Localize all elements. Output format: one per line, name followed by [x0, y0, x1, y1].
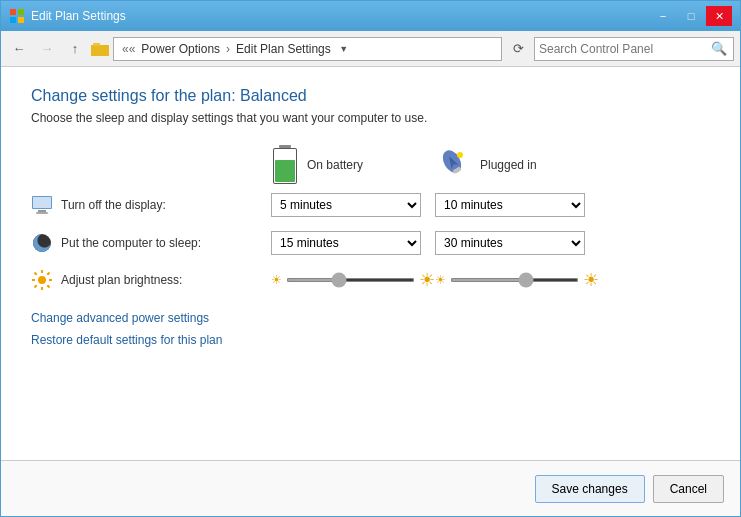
brightness-setting-row: Adjust plan brightness: ☀ ☀ ☀ ☀: [31, 269, 710, 291]
close-button[interactable]: ✕: [706, 6, 732, 26]
svg-rect-3: [18, 17, 24, 23]
svg-rect-16: [33, 197, 51, 208]
brightness-pluggedin-min-icon: ☀: [435, 273, 446, 287]
display-pluggedin-select[interactable]: 10 minutes 1 minute 2 minutes 3 minutes …: [435, 193, 585, 217]
forward-button[interactable]: →: [35, 37, 59, 61]
brightness-controls: ☀ ☀ ☀ ☀: [271, 269, 585, 291]
brightness-pluggedin-slider-group: ☀ ☀: [435, 269, 585, 291]
display-setting-controls: 5 minutes 1 minute 2 minutes 3 minutes 1…: [271, 193, 585, 217]
column-headers: On battery Plugged in: [271, 145, 710, 185]
pluggedin-column-header: Plugged in: [436, 145, 601, 185]
minimize-button[interactable]: −: [650, 6, 676, 26]
sleep-battery-select[interactable]: 15 minutes 1 minute 2 minutes 5 minutes …: [271, 231, 421, 255]
svg-line-28: [35, 285, 37, 287]
address-box[interactable]: «« Power Options › Edit Plan Settings ▼: [113, 37, 502, 61]
svg-rect-17: [38, 210, 46, 212]
search-input[interactable]: [539, 42, 709, 56]
svg-point-20: [38, 276, 46, 284]
footer: Save changes Cancel: [1, 460, 740, 516]
display-setting-label: Turn off the display:: [61, 198, 166, 212]
sleep-label-area: Put the computer to sleep:: [31, 232, 271, 254]
brightness-battery-slider[interactable]: [286, 278, 415, 282]
svg-point-14: [457, 152, 463, 158]
path-arrow: ›: [226, 42, 230, 56]
svg-rect-1: [18, 9, 24, 15]
app-icon: [9, 8, 25, 24]
sleep-pluggedin-select[interactable]: 30 minutes 1 minute 2 minutes 5 minutes …: [435, 231, 585, 255]
sleep-setting-controls: 15 minutes 1 minute 2 minutes 5 minutes …: [271, 231, 585, 255]
path-edit-plan: Edit Plan Settings: [236, 42, 331, 56]
search-submit-button[interactable]: 🔍: [709, 39, 729, 59]
pluggedin-icon: [436, 147, 472, 183]
maximize-button[interactable]: □: [678, 6, 704, 26]
sleep-setting-label: Put the computer to sleep:: [61, 236, 201, 250]
display-setting-row: Turn off the display: 5 minutes 1 minute…: [31, 193, 710, 217]
svg-rect-2: [10, 17, 16, 23]
svg-line-26: [47, 285, 49, 287]
title-bar-left: Edit Plan Settings: [9, 8, 126, 24]
brightness-battery-min-icon: ☀: [271, 273, 282, 287]
title-bar-buttons: − □ ✕: [650, 6, 732, 26]
window-title: Edit Plan Settings: [31, 9, 126, 23]
display-icon: [31, 194, 53, 216]
back-button[interactable]: ←: [7, 37, 31, 61]
svg-rect-18: [36, 212, 48, 214]
window: Edit Plan Settings − □ ✕ ← → ↑ «« Power …: [0, 0, 741, 517]
pluggedin-label: Plugged in: [480, 158, 537, 172]
sleep-icon: [31, 232, 53, 254]
title-bar: Edit Plan Settings − □ ✕: [1, 1, 740, 31]
battery-column-header: On battery: [271, 145, 436, 185]
save-changes-button[interactable]: Save changes: [535, 475, 645, 503]
battery-icon: [271, 145, 299, 185]
brightness-pluggedin-max-icon: ☀: [583, 269, 599, 291]
refresh-button[interactable]: ⟳: [506, 37, 530, 61]
svg-rect-5: [91, 45, 109, 56]
search-box: 🔍: [534, 37, 734, 61]
path-sep1: ««: [122, 42, 135, 56]
display-battery-select[interactable]: 5 minutes 1 minute 2 minutes 3 minutes 1…: [271, 193, 421, 217]
brightness-label-area: Adjust plan brightness:: [31, 269, 271, 291]
brightness-icon: [31, 269, 53, 291]
display-label-area: Turn off the display:: [31, 194, 271, 216]
advanced-settings-link[interactable]: Change advanced power settings: [31, 311, 710, 325]
svg-rect-0: [10, 9, 16, 15]
brightness-setting-label: Adjust plan brightness:: [61, 273, 182, 287]
address-dropdown-button[interactable]: ▼: [335, 38, 353, 60]
page-title: Change settings for the plan: Balanced: [31, 87, 710, 105]
svg-line-27: [47, 273, 49, 275]
path-power-options: Power Options: [141, 42, 220, 56]
link-section: Change advanced power settings Restore d…: [31, 311, 710, 347]
main-content: Change settings for the plan: Balanced C…: [1, 67, 740, 444]
cancel-button[interactable]: Cancel: [653, 475, 724, 503]
svg-rect-7: [279, 145, 291, 148]
folder-icon: [91, 41, 109, 57]
content-area: Change settings for the plan: Balanced C…: [1, 67, 740, 516]
address-bar: ← → ↑ «« Power Options › Edit Plan Setti…: [1, 31, 740, 67]
svg-rect-10: [275, 160, 295, 182]
svg-rect-6: [93, 43, 100, 46]
battery-label: On battery: [307, 158, 363, 172]
sleep-setting-row: Put the computer to sleep: 15 minutes 1 …: [31, 231, 710, 255]
brightness-battery-slider-group: ☀ ☀: [271, 269, 421, 291]
up-button[interactable]: ↑: [63, 37, 87, 61]
svg-line-25: [35, 273, 37, 275]
page-subtitle: Choose the sleep and display settings th…: [31, 111, 710, 125]
brightness-battery-max-icon: ☀: [419, 269, 435, 291]
brightness-pluggedin-slider[interactable]: [450, 278, 579, 282]
restore-defaults-link[interactable]: Restore default settings for this plan: [31, 333, 710, 347]
